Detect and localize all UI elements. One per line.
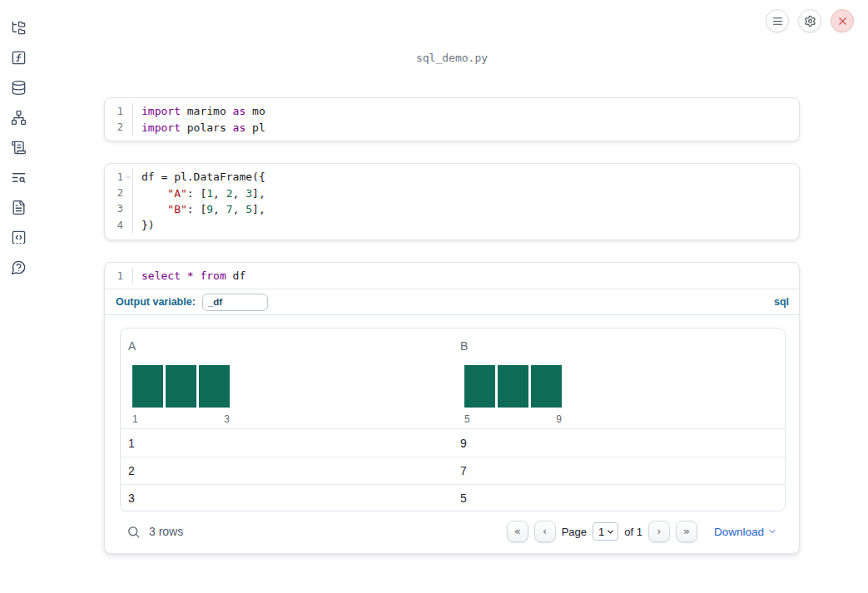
code-text: import polars as pl <box>132 119 265 135</box>
axis-max-label: 9 <box>556 413 562 425</box>
sidebar-item-dependency-graph[interactable] <box>10 109 27 126</box>
axis-max-label: 3 <box>224 413 230 425</box>
histogram-axis: 13 <box>132 413 230 425</box>
database-icon <box>11 80 27 96</box>
line-number: 1 <box>105 171 123 183</box>
line-number: 1 <box>105 106 123 117</box>
chevron-down-icon <box>767 526 777 536</box>
sql-editor[interactable]: 1select * from df <box>105 263 799 289</box>
code-line: 1select * from df <box>105 268 799 284</box>
code-text: "B": [9, 7, 5], <box>132 201 265 217</box>
table-row: 35 <box>121 484 785 511</box>
sidebar-item-variables[interactable] <box>10 49 27 66</box>
line-number: 4 <box>105 220 123 231</box>
table-body: 192735 <box>121 429 785 511</box>
scroll-text-icon <box>11 140 27 156</box>
code-snippet-icon <box>11 230 27 245</box>
sidebar-item-file-explorer[interactable] <box>10 19 27 36</box>
page-total-label: of 1 <box>624 526 642 538</box>
chevron-down-icon <box>606 527 615 536</box>
code-line: 1df = pl.DataFrame({ <box>105 169 799 185</box>
function-square-icon <box>11 50 27 66</box>
line-number: 2 <box>105 187 123 199</box>
output-variable-label: Output variable: <box>116 296 196 308</box>
sidebar <box>0 0 37 593</box>
hamburger-icon <box>771 15 784 27</box>
output-variable-input[interactable] <box>202 294 268 311</box>
table-footer-left: 3 rows <box>126 525 183 539</box>
histogram-bar <box>132 365 163 408</box>
table-cell: 1 <box>121 437 453 450</box>
histogram-axis: 59 <box>464 413 562 425</box>
table-output-panel: A13B59 192735 3 rows « ‹ Page 1 of 1 <box>104 314 800 554</box>
histogram-bar <box>531 365 562 408</box>
code-cell-dataframe[interactable]: 1df = pl.DataFrame({2 "A": [1, 2, 3],3 "… <box>104 163 800 240</box>
notebook-filename: sql_demo.py <box>104 52 800 64</box>
sql-cell: 1select * from df Output variable: sql <box>104 262 800 314</box>
table-header: A13B59 <box>121 329 785 429</box>
table-cell: 9 <box>453 437 785 450</box>
close-button[interactable] <box>831 9 854 32</box>
column-name[interactable]: B <box>453 329 785 353</box>
histogram-bar <box>498 365 528 408</box>
download-label: Download <box>714 526 764 538</box>
code-text: df = pl.DataFrame({ <box>132 169 265 185</box>
sidebar-item-snippets[interactable] <box>10 229 27 245</box>
table-row: 19 <box>121 429 785 457</box>
file-tree-icon <box>11 20 27 36</box>
sidebar-item-documentation[interactable] <box>10 199 27 215</box>
first-page-button[interactable]: « <box>507 521 528 542</box>
row-count: 3 rows <box>149 525 183 538</box>
table-footer: 3 rows « ‹ Page 1 of 1 › » Download <box>105 516 799 546</box>
line-number: 1 <box>105 270 123 282</box>
gear-icon <box>804 15 816 27</box>
column-header: B59 <box>453 329 785 428</box>
histogram-bar <box>166 365 196 408</box>
data-table: A13B59 192735 <box>120 328 786 511</box>
menu-button[interactable] <box>766 9 789 32</box>
fold-chevron-icon[interactable] <box>123 174 132 180</box>
histogram-bar <box>464 365 495 408</box>
code-line: 4}) <box>105 217 799 233</box>
sidebar-item-datasources[interactable] <box>10 79 27 96</box>
code-line: 1import marimo as mo <box>105 103 799 119</box>
axis-min-label: 5 <box>464 413 470 425</box>
code-text: }) <box>132 217 155 233</box>
file-text-icon <box>11 200 27 215</box>
table-cell: 7 <box>453 464 785 477</box>
table-cell: 5 <box>453 492 785 505</box>
code-line: 2 "A": [1, 2, 3], <box>105 185 799 200</box>
table-cell: 3 <box>121 492 453 505</box>
search-icon[interactable] <box>126 525 141 539</box>
sidebar-item-search[interactable] <box>10 169 27 185</box>
topbar <box>766 9 854 32</box>
axis-min-label: 1 <box>132 413 138 425</box>
page-select[interactable]: 1 <box>593 522 618 541</box>
column-histogram <box>132 365 453 408</box>
code-text: import marimo as mo <box>132 103 265 119</box>
page-select-value: 1 <box>598 526 604 538</box>
last-page-button[interactable]: » <box>676 521 697 542</box>
list-search-icon <box>11 170 27 185</box>
column-name[interactable]: A <box>121 329 453 353</box>
code-text: "A": [1, 2, 3], <box>132 185 265 200</box>
code-line: 3 "B": [9, 7, 5], <box>105 201 799 217</box>
column-header: A13 <box>121 329 453 428</box>
code-line: 2import polars as pl <box>105 119 799 135</box>
pagination: « ‹ Page 1 of 1 › » Download <box>507 521 777 542</box>
column-histogram <box>464 365 785 408</box>
code-cell-imports[interactable]: 1import marimo as mo2import polars as pl <box>104 97 800 141</box>
sidebar-item-logs[interactable] <box>10 139 27 156</box>
app-root: sql_demo.py 1import marimo as mo2import … <box>0 0 868 593</box>
next-page-button[interactable]: › <box>648 521 670 542</box>
sql-cell-footer: Output variable: sql <box>105 289 799 314</box>
settings-button[interactable] <box>798 9 821 32</box>
sql-language-badge: sql <box>774 296 789 308</box>
histogram-bar <box>199 365 230 408</box>
table-row: 27 <box>121 457 785 484</box>
line-number: 3 <box>105 203 123 215</box>
prev-page-button[interactable]: ‹ <box>534 521 556 542</box>
sidebar-item-help[interactable] <box>10 259 27 275</box>
page-label: Page <box>562 526 587 538</box>
download-button[interactable]: Download <box>714 526 777 538</box>
